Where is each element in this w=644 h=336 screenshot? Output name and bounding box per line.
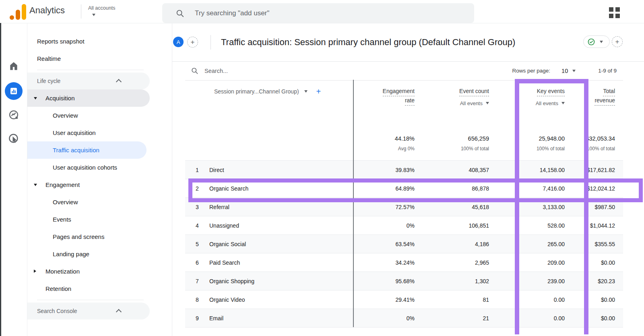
- table-row[interactable]: 5 Organic Social 63.54% 4,186 265.00 $35…: [185, 235, 623, 253]
- key-events-value: 0.00: [493, 297, 569, 303]
- search-icon: [175, 9, 184, 18]
- table-row[interactable]: 3 Referral 72.57% 45,618 3,133.00 $987.5…: [185, 198, 623, 216]
- channel-name: Direct: [209, 167, 353, 173]
- table-search-icon[interactable]: [191, 67, 198, 75]
- row-rank: 8: [185, 297, 209, 303]
- sidebar-item-pages-and-screens[interactable]: Pages and screens: [27, 228, 172, 245]
- key-events-value: 14,158.00: [493, 167, 569, 173]
- total-revenue-value: $0.00: [569, 297, 623, 303]
- table-row[interactable]: 8 Organic Video 29.41% 81 0.00 $0.00: [185, 290, 623, 309]
- chevron-down-icon[interactable]: [572, 70, 576, 72]
- sidebar-item-overview[interactable]: Overview: [27, 193, 172, 211]
- engagement-rate-value: 39.83%: [353, 167, 419, 173]
- engagement-rate-value: 95.68%: [353, 278, 419, 284]
- sidebar-item-life-cycle[interactable]: Life cycle: [27, 73, 150, 89]
- column-header-total-revenue[interactable]: Total revenue: [569, 87, 615, 106]
- chevron-down-icon: [92, 14, 95, 16]
- channel-name: Paid Search: [209, 259, 353, 266]
- table-row[interactable]: 6 Paid Search 34.24% 2,965 209.00 $0.00: [185, 253, 623, 272]
- sidebar-item-retention[interactable]: Retention: [27, 280, 172, 297]
- home-icon[interactable]: [8, 61, 19, 71]
- global-search-bar[interactable]: Try searching "add user": [162, 3, 474, 23]
- reports-icon[interactable]: [5, 82, 23, 100]
- sidebar-item-events[interactable]: Events: [27, 211, 172, 228]
- event-count-value: 2,965: [419, 259, 493, 266]
- avatar[interactable]: A: [173, 37, 184, 47]
- report-nav-sidebar: Reports snapshotRealtimeLife cycleAcquis…: [27, 23, 172, 336]
- table-row[interactable]: 9 Email 0% 21 0.00 $0.00: [185, 309, 623, 328]
- sidebar-item-user-acquisition[interactable]: User acquisition: [27, 124, 172, 141]
- column-header-event-count[interactable]: Event count All events: [419, 87, 489, 108]
- table-search-input[interactable]: Search...: [204, 68, 228, 74]
- add-dimension-button[interactable]: +: [316, 89, 321, 94]
- sidebar-item-user-acquisition-cohorts[interactable]: User acquisition cohorts: [27, 159, 172, 176]
- pagination-range: 1-9 of 9: [598, 68, 617, 74]
- table-row[interactable]: 7 Organic Shopping 95.68% 1,302 239.00 $…: [185, 272, 623, 290]
- chevron-down-icon: [561, 102, 565, 104]
- key-events-value: 7,416.00: [493, 185, 569, 192]
- row-rank: 4: [185, 222, 209, 229]
- advertising-icon[interactable]: [8, 133, 20, 145]
- sidebar-item-acquisition[interactable]: Acquisition: [27, 89, 150, 107]
- grid-square: [615, 7, 620, 12]
- sidebar-item-label: Pages and screens: [53, 233, 104, 240]
- engagement-rate-value: 0%: [353, 222, 419, 229]
- event-scope-select[interactable]: All events: [493, 99, 565, 108]
- dimension-header[interactable]: Session primary...Channel Group) +: [214, 88, 321, 95]
- apps-grid-icon[interactable]: [609, 7, 620, 18]
- brand-title: Analytics: [29, 5, 65, 16]
- row-rank: 9: [185, 315, 209, 321]
- sidebar-item-label: Overview: [53, 199, 78, 205]
- key-events-value: 528.00: [493, 222, 569, 229]
- channel-name: Organic Shopping: [209, 278, 353, 284]
- channel-name: Organic Social: [209, 241, 353, 247]
- logo-bar-mid: [16, 10, 20, 20]
- caret-right-icon[interactable]: [34, 270, 36, 273]
- sidebar-item-landing-page[interactable]: Landing page: [27, 245, 172, 263]
- sidebar-item-label: User acquisition: [53, 129, 96, 136]
- engagement-rate-value: 29.41%: [353, 297, 419, 303]
- sidebar-item-engagement[interactable]: Engagement: [27, 176, 172, 193]
- collapse-chevron-icon[interactable]: [116, 79, 122, 85]
- event-count-value: 86,878: [419, 185, 493, 192]
- sidebar-item-reports-snapshot[interactable]: Reports snapshot: [27, 33, 172, 50]
- chevron-down-icon[interactable]: [304, 90, 308, 93]
- top-bar: Analytics All accounts Try searching "ad…: [0, 0, 644, 23]
- totals-event-count: 656,259100% of total: [419, 135, 489, 151]
- caret-down-icon[interactable]: [34, 184, 37, 186]
- report-status-pill[interactable]: [583, 35, 610, 48]
- column-header-line: Engagement: [383, 87, 415, 96]
- table-header: Session primary...Channel Group) + Engag…: [185, 81, 623, 160]
- analytics-logo-icon[interactable]: [9, 4, 27, 22]
- grid-square: [615, 14, 620, 18]
- event-scope-select[interactable]: All events: [419, 99, 489, 108]
- key-events-value: 209.00: [493, 259, 569, 266]
- sidebar-item-label: Traffic acquisition: [53, 147, 99, 153]
- add-report-button[interactable]: +: [612, 36, 623, 47]
- sidebar-item-traffic-acquisition[interactable]: Traffic acquisition: [27, 141, 147, 159]
- explore-icon[interactable]: [8, 109, 19, 120]
- sidebar-item-search-console[interactable]: Search Console: [27, 303, 150, 319]
- engagement-rate-value: 34.24%: [353, 259, 419, 266]
- sidebar-item-monetization[interactable]: Monetization: [27, 263, 172, 280]
- caret-down-icon[interactable]: [34, 97, 37, 100]
- sidebar-item-overview[interactable]: Overview: [27, 107, 172, 124]
- collapse-chevron-icon[interactable]: [116, 309, 122, 315]
- sidebar-item-label: Engagement: [45, 181, 80, 188]
- grid-square: [609, 14, 613, 18]
- event-count-value: 408,357: [419, 167, 493, 173]
- column-header-key-events[interactable]: Key events All events: [493, 87, 565, 108]
- sidebar-item-realtime[interactable]: Realtime: [27, 50, 172, 67]
- column-header-engagement-rate[interactable]: Engagement rate: [353, 87, 415, 106]
- channel-name: Unassigned: [209, 222, 353, 229]
- add-comparison-button[interactable]: +: [187, 37, 198, 48]
- table-row[interactable]: 2 Organic Search 64.89% 86,878 7,416.00 …: [185, 179, 623, 198]
- table-row[interactable]: 4 Unassigned 0% 106,851 528.00 $1,044.12: [185, 216, 623, 235]
- sidebar-item-label: Realtime: [37, 55, 61, 62]
- account-switcher[interactable]: All accounts: [88, 5, 115, 17]
- header-divider: [81, 4, 81, 19]
- logo-dot: [10, 15, 14, 20]
- table-row[interactable]: 1 Direct 39.83% 408,357 14,158.00 $17,62…: [185, 161, 623, 179]
- logo-bar-tall: [22, 4, 26, 20]
- rows-per-page-select[interactable]: 10: [561, 68, 568, 74]
